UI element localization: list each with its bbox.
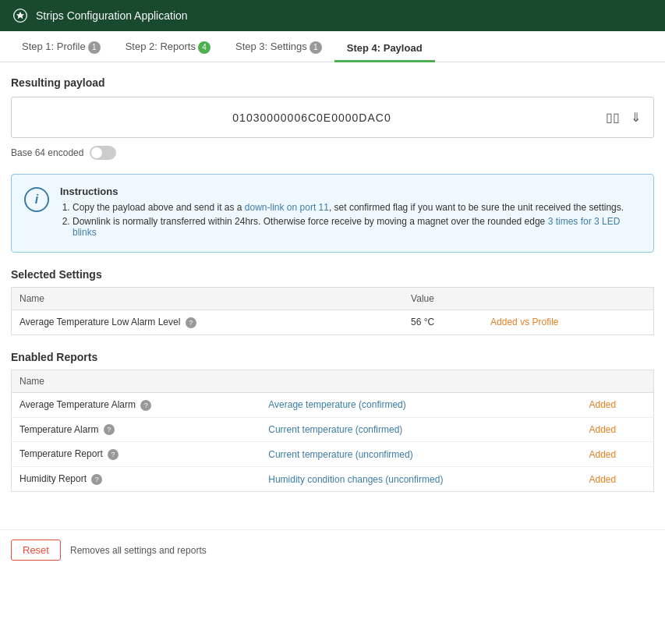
base64-label: Base 64 encoded <box>11 147 83 158</box>
table-row: Temperature Report ? Current temperature… <box>12 442 654 467</box>
report-name: Average Temperature Alarm ? <box>12 392 261 417</box>
settings-col-status <box>483 288 653 310</box>
setting-value: 56 °C <box>403 310 483 335</box>
payload-actions: ▯▯ ⇓ <box>603 108 644 126</box>
download-payload-button[interactable]: ⇓ <box>628 108 644 126</box>
enabled-reports-section: Enabled Reports Name Average Temperature… <box>11 351 654 492</box>
base64-toggle[interactable] <box>90 146 116 160</box>
payload-section-title: Resulting payload <box>11 76 654 89</box>
help-icon[interactable]: ? <box>108 449 118 460</box>
step1-nav[interactable]: Step 1: Profile1 <box>9 31 113 62</box>
app-header: Strips Configuration Application <box>0 0 665 31</box>
instruction-line-2: Downlink is normally transferred within … <box>73 216 641 238</box>
reports-col-name: Name <box>12 370 261 392</box>
settings-header-row: Name Value <box>12 288 654 310</box>
step2-nav[interactable]: Step 2: Reports4 <box>113 31 223 62</box>
settings-col-value: Value <box>403 288 483 310</box>
table-row: Humidity Report ? Humidity condition cha… <box>12 467 654 492</box>
instructions-list: Copy the payload above and send it as a … <box>60 202 641 238</box>
step4-nav[interactable]: Step 4: Payload <box>334 33 435 62</box>
report-value: Humidity condition changes (unconfirmed) <box>260 467 581 492</box>
selected-settings-table: Name Value Average Temperature Low Alarm… <box>11 287 654 335</box>
report-value: Current temperature (unconfirmed) <box>260 442 581 467</box>
instructions-title: Instructions <box>60 186 641 197</box>
info-icon: i <box>24 187 49 212</box>
instruction-line-1: Copy the payload above and send it as a … <box>73 202 641 213</box>
report-status: Added <box>582 417 654 442</box>
selected-settings-section: Selected Settings Name Value Average Tem… <box>11 268 654 335</box>
table-row: Temperature Alarm ? Current temperature … <box>12 417 654 442</box>
instructions-content: Instructions Copy the payload above and … <box>60 186 641 241</box>
payload-value: 01030000006C0E0000DAC0 <box>21 111 603 124</box>
footer-note: Removes all settings and reports <box>70 545 207 556</box>
reports-col-value <box>260 370 581 392</box>
footer: Reset Removes all settings and reports <box>0 529 665 570</box>
report-status: Added <box>582 392 654 417</box>
table-row: Average Temperature Alarm ? Average temp… <box>12 392 654 417</box>
payload-box: 01030000006C0E0000DAC0 ▯▯ ⇓ <box>11 97 654 138</box>
copy-payload-button[interactable]: ▯▯ <box>603 108 623 126</box>
toggle-slider <box>90 146 116 160</box>
step3-nav[interactable]: Step 3: Settings1 <box>223 31 334 62</box>
app-logo <box>12 8 28 23</box>
help-icon[interactable]: ? <box>104 424 115 435</box>
report-name: Temperature Alarm ? <box>12 417 261 442</box>
settings-col-name: Name <box>12 288 404 310</box>
steps-navigation: Step 1: Profile1 Step 2: Reports4 Step 3… <box>0 31 665 62</box>
reports-col-status <box>582 370 654 392</box>
report-status: Added <box>582 442 654 467</box>
report-name: Humidity Report ? <box>12 467 261 492</box>
enabled-reports-title: Enabled Reports <box>11 351 654 363</box>
main-content: Resulting payload 01030000006C0E0000DAC0… <box>0 62 665 522</box>
base64-toggle-row: Base 64 encoded <box>11 146 654 160</box>
report-status: Added <box>582 467 654 492</box>
report-name: Temperature Report ? <box>12 442 261 467</box>
setting-name: Average Temperature Low Alarm Level ? <box>12 310 404 335</box>
enabled-reports-table: Name Average Temperature Alarm ? Average… <box>11 370 654 492</box>
reports-header-row: Name <box>12 370 654 392</box>
setting-status: Added vs Profile <box>483 310 653 335</box>
help-icon[interactable]: ? <box>140 400 151 411</box>
app-title: Strips Configuration Application <box>36 9 188 22</box>
help-icon[interactable]: ? <box>186 317 196 328</box>
instructions-box: i Instructions Copy the payload above an… <box>11 174 654 253</box>
selected-settings-title: Selected Settings <box>11 268 654 281</box>
report-value: Average temperature (confirmed) <box>260 392 581 417</box>
table-row: Average Temperature Low Alarm Level ? 56… <box>12 310 654 335</box>
report-value: Current temperature (confirmed) <box>260 417 581 442</box>
help-icon[interactable]: ? <box>91 474 102 485</box>
reset-button[interactable]: Reset <box>11 540 61 561</box>
